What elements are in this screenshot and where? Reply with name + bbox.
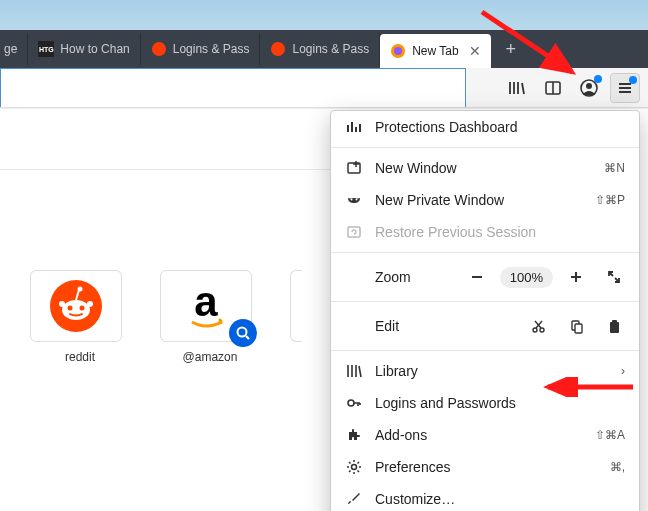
svg-rect-23 xyxy=(348,227,360,237)
svg-point-33 xyxy=(348,400,354,406)
minus-icon xyxy=(470,270,484,284)
reddit-icon xyxy=(48,278,104,334)
menu-restore-session: Restore Previous Session xyxy=(331,216,639,248)
menu-label: New Private Window xyxy=(375,192,583,208)
menu-preferences[interactable]: Preferences ⌘, xyxy=(331,451,639,483)
svg-point-1 xyxy=(271,42,285,56)
svg-point-16 xyxy=(238,328,247,337)
tile-label: @amazon xyxy=(160,350,260,364)
zoom-in-button[interactable] xyxy=(561,263,591,291)
svg-line-17 xyxy=(246,336,249,339)
copy-icon xyxy=(569,319,584,334)
tab-label: Logins & Pass xyxy=(173,42,250,56)
separator xyxy=(331,350,639,351)
cut-icon xyxy=(531,319,546,334)
svg-rect-32 xyxy=(612,320,617,323)
menu-button[interactable] xyxy=(610,73,640,103)
search-badge-icon xyxy=(229,319,257,347)
svg-point-10 xyxy=(68,306,73,311)
htg-icon: HTG xyxy=(38,41,54,57)
menu-protections[interactable]: Protections Dashboard xyxy=(331,111,639,143)
menu-edit-row: Edit xyxy=(331,306,639,346)
tab-2[interactable]: Logins & Pass xyxy=(141,33,261,65)
zoom-label: Zoom xyxy=(341,269,454,285)
svg-point-12 xyxy=(59,301,65,307)
menu-label: Preferences xyxy=(375,459,598,475)
tile-empty[interactable] xyxy=(290,270,310,364)
urlbar-area[interactable] xyxy=(0,68,466,107)
svg-line-35 xyxy=(482,12,572,72)
plus-icon xyxy=(569,270,583,284)
svg-rect-31 xyxy=(610,322,619,333)
svg-rect-30 xyxy=(575,324,582,333)
copy-button[interactable] xyxy=(561,312,591,340)
fullscreen-button[interactable] xyxy=(599,263,629,291)
menu-shortcut: ⇧⌘A xyxy=(595,428,625,442)
svg-point-27 xyxy=(533,328,537,332)
tile-reddit[interactable]: reddit xyxy=(30,270,130,364)
svg-point-0 xyxy=(152,42,166,56)
zoom-out-button[interactable] xyxy=(462,263,492,291)
zoom-value[interactable]: 100% xyxy=(500,267,553,288)
separator xyxy=(331,252,639,253)
separator xyxy=(331,147,639,148)
tile-thumbnail xyxy=(290,270,302,342)
svg-text:a: a xyxy=(194,278,218,325)
window-icon xyxy=(345,159,363,177)
paste-icon xyxy=(607,319,622,334)
tile-thumbnail: a xyxy=(160,270,252,342)
key-icon xyxy=(345,394,363,412)
tab-label: New Tab xyxy=(412,44,458,58)
menu-zoom-row: Zoom 100% xyxy=(331,257,639,297)
svg-point-9 xyxy=(62,300,90,320)
svg-point-34 xyxy=(352,465,357,470)
fullscreen-icon xyxy=(607,270,621,284)
menu-label: Add-ons xyxy=(375,427,583,443)
menu-label: Logins and Passwords xyxy=(375,395,625,411)
menu-label: New Window xyxy=(375,160,592,176)
tile-label: reddit xyxy=(30,350,130,364)
firefox-icon xyxy=(270,41,286,57)
tab-1[interactable]: HTG How to Chan xyxy=(28,33,140,65)
tile-amazon[interactable]: a @amazon xyxy=(160,270,260,364)
svg-point-13 xyxy=(87,301,93,307)
firefox-icon xyxy=(390,43,406,59)
svg-point-21 xyxy=(351,199,353,201)
tab-0[interactable]: ge xyxy=(0,33,28,65)
puzzle-icon xyxy=(345,426,363,444)
mask-icon xyxy=(345,191,363,209)
chevron-right-icon: › xyxy=(621,364,625,378)
notification-dot-icon xyxy=(629,76,637,84)
tab-label: How to Chan xyxy=(60,42,129,56)
gear-icon xyxy=(345,458,363,476)
app-menu: Protections Dashboard New Window ⌘N New … xyxy=(330,110,640,511)
svg-point-3 xyxy=(394,47,402,55)
firefox-icon xyxy=(151,41,167,57)
menu-label: Customize… xyxy=(375,491,625,507)
annotation-arrow-icon xyxy=(472,2,592,82)
svg-point-14 xyxy=(78,287,83,292)
separator xyxy=(331,301,639,302)
menu-new-private[interactable]: New Private Window ⇧⌘P xyxy=(331,184,639,216)
menu-new-window[interactable]: New Window ⌘N xyxy=(331,152,639,184)
svg-point-11 xyxy=(80,306,85,311)
tab-label: Logins & Pass xyxy=(292,42,369,56)
cut-button[interactable] xyxy=(523,312,553,340)
menu-customize[interactable]: Customize… xyxy=(331,483,639,511)
edit-label: Edit xyxy=(341,318,515,334)
annotation-arrow-icon xyxy=(538,377,638,397)
svg-point-22 xyxy=(356,199,358,201)
menu-label: Restore Previous Session xyxy=(375,224,625,240)
menu-shortcut: ⌘, xyxy=(610,460,625,474)
menu-shortcut: ⌘N xyxy=(604,161,625,175)
tab-3[interactable]: Logins & Pass xyxy=(260,33,380,65)
menu-addons[interactable]: Add-ons ⇧⌘A xyxy=(331,419,639,451)
brush-icon xyxy=(345,490,363,508)
dashboard-icon xyxy=(345,118,363,136)
svg-point-7 xyxy=(586,83,592,89)
menu-label: Protections Dashboard xyxy=(375,119,625,135)
svg-point-28 xyxy=(540,328,544,332)
paste-button[interactable] xyxy=(599,312,629,340)
amazon-icon: a xyxy=(178,278,234,334)
tile-thumbnail xyxy=(30,270,122,342)
